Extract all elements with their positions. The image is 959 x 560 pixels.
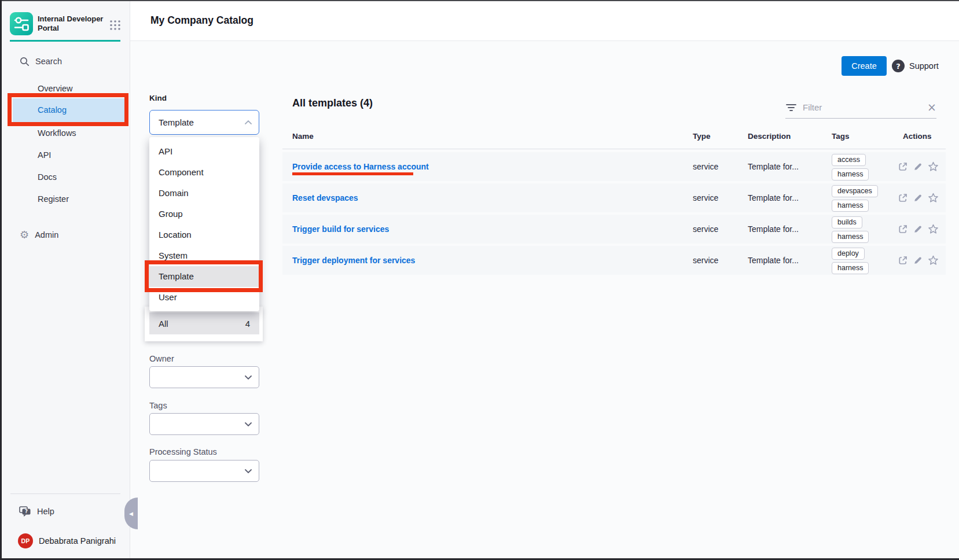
owner-select[interactable] — [149, 366, 259, 388]
edit-icon[interactable] — [913, 224, 923, 234]
kind-option-domain[interactable]: Domain — [149, 183, 259, 204]
open-in-new-icon[interactable] — [898, 193, 908, 203]
kind-summary-label: All — [159, 319, 168, 329]
kind-filter-label: Kind — [149, 94, 167, 102]
kind-option-template[interactable]: Template — [149, 266, 259, 287]
row-description: Template for... — [748, 183, 799, 212]
open-in-new-icon[interactable] — [898, 161, 908, 172]
sidebar-brand-rule — [10, 40, 120, 42]
column-header-type: Type — [693, 132, 711, 141]
column-header-description: Description — [748, 132, 791, 141]
chevron-down-icon — [245, 469, 252, 473]
row-type: service — [693, 152, 718, 181]
row-description: Template for... — [748, 215, 799, 244]
table-filter-box: × — [785, 97, 936, 119]
kind-option-group[interactable]: Group — [149, 204, 259, 224]
avatar: DP — [18, 533, 33, 548]
user-name: Debabrata Panigrahi — [39, 536, 116, 546]
row-tags: deploy harness — [832, 248, 869, 274]
table-header-divider — [282, 149, 946, 149]
tag-chip: access — [832, 154, 866, 166]
row-type: service — [693, 246, 718, 275]
tag-chip: harness — [832, 168, 869, 180]
kind-summary-count: 4 — [245, 319, 250, 329]
tag-chip: harness — [832, 231, 869, 243]
app-logo[interactable] — [10, 12, 33, 35]
kind-option-api[interactable]: API — [149, 141, 259, 162]
tags-select[interactable] — [149, 413, 259, 435]
window-edge-top — [0, 0, 959, 1]
kind-option-user[interactable]: User — [149, 287, 259, 308]
row-name-link[interactable]: Trigger deployment for services — [292, 246, 415, 275]
sidebar-user-item[interactable]: DP Debabrata Panigrahi — [13, 529, 124, 552]
edit-icon[interactable] — [913, 255, 923, 266]
row-tags: builds harness — [832, 216, 869, 243]
table-title: All templates (4) — [292, 97, 373, 109]
sidebar-item-overview[interactable]: Overview — [13, 77, 124, 100]
tag-chip: deploy — [832, 248, 865, 260]
owner-filter-label: Owner — [149, 354, 174, 363]
kind-option-component[interactable]: Component — [149, 162, 259, 183]
table-row: Trigger build for services service Templ… — [282, 215, 946, 244]
collapse-arrow-icon: ◀ — [129, 511, 133, 517]
sidebar-item-api[interactable]: API — [13, 143, 124, 167]
sidebar-item-workflows[interactable]: Workflows — [13, 121, 124, 145]
star-icon[interactable] — [928, 255, 939, 266]
support-button[interactable]: Support — [909, 60, 939, 72]
tag-chip: devspaces — [832, 185, 878, 197]
kind-summary-row-all[interactable]: All 4 — [149, 312, 259, 334]
edit-icon[interactable] — [913, 161, 923, 172]
sidebar-item-register[interactable]: Register — [13, 187, 124, 211]
row-tags: devspaces harness — [832, 185, 878, 212]
processing-status-filter-label: Processing Status — [149, 447, 217, 456]
row-name-link[interactable]: Reset devspaces — [292, 183, 358, 212]
star-icon[interactable] — [928, 193, 939, 203]
row-actions — [898, 246, 939, 275]
row-type: service — [693, 183, 718, 212]
open-in-new-icon[interactable] — [898, 255, 908, 266]
sidebar-item-search[interactable]: Search — [13, 50, 124, 73]
sidebar: Internal Developer Portal Search Overvie… — [0, 0, 130, 560]
sidebar-item-admin[interactable]: ⚙ Admin — [13, 223, 124, 246]
column-header-name: Name — [292, 132, 314, 141]
edit-icon[interactable] — [913, 193, 923, 203]
search-icon — [20, 57, 30, 67]
row-description: Template for... — [748, 152, 799, 181]
create-button[interactable]: Create — [842, 56, 887, 76]
kind-option-system[interactable]: System — [149, 245, 259, 266]
clear-filter-icon[interactable]: × — [927, 102, 936, 113]
kind-option-location[interactable]: Location — [149, 224, 259, 245]
sidebar-item-catalog[interactable]: Catalog — [13, 98, 124, 122]
sidebar-divider — [10, 493, 120, 494]
circuit-logo-icon — [10, 12, 33, 35]
kind-select-value: Template — [159, 117, 194, 127]
row-name-link[interactable]: Provide access to Harness account — [292, 152, 429, 181]
gear-icon: ⚙ — [20, 230, 29, 240]
chevron-up-icon — [245, 120, 252, 124]
star-icon[interactable] — [928, 161, 939, 172]
window-edge-left — [0, 0, 2, 560]
sidebar-item-docs[interactable]: Docs — [13, 165, 124, 189]
table-row: Provide access to Harness account servic… — [282, 152, 946, 181]
table-row: Reset devspaces service Template for... … — [282, 183, 946, 212]
row-description: Template for... — [748, 246, 799, 275]
sidebar-item-help[interactable]: ? Help — [13, 500, 124, 523]
help-label: Help — [37, 507, 54, 516]
processing-status-select[interactable] — [149, 460, 259, 482]
star-icon[interactable] — [928, 224, 939, 234]
apps-grid-icon[interactable] — [109, 20, 122, 33]
row-name-link[interactable]: Trigger build for services — [292, 215, 389, 244]
row-actions — [898, 152, 939, 181]
filter-funnel-icon — [785, 103, 797, 112]
chevron-down-icon — [245, 422, 252, 426]
support-question-icon[interactable]: ? — [892, 60, 905, 72]
row-actions — [898, 183, 939, 212]
tag-chip: harness — [832, 200, 869, 212]
column-header-tags: Tags — [832, 132, 850, 141]
chevron-down-icon — [245, 375, 252, 380]
kind-select[interactable]: Template — [149, 110, 259, 135]
open-in-new-icon[interactable] — [898, 224, 908, 234]
table-filter-input[interactable] — [802, 102, 923, 113]
kind-options-menu: API Component Domain Group Location Syst… — [149, 137, 259, 311]
tag-chip: builds — [832, 216, 862, 229]
